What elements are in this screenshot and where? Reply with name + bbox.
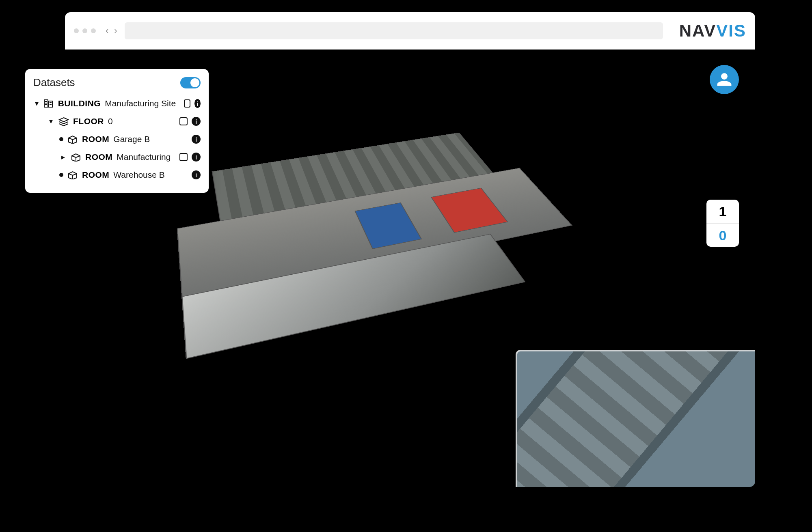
nav-forward-icon[interactable]: › bbox=[114, 26, 117, 36]
brand-logo: NAVVIS bbox=[679, 21, 746, 41]
svg-line-14 bbox=[76, 156, 80, 157]
datasets-toggle[interactable] bbox=[180, 77, 201, 88]
svg-line-10 bbox=[73, 138, 77, 140]
floor-level-0[interactable]: 0 bbox=[706, 223, 739, 247]
account-button[interactable] bbox=[710, 65, 739, 94]
svg-marker-7 bbox=[59, 118, 68, 122]
visibility-checkbox[interactable] bbox=[179, 153, 188, 161]
room-icon bbox=[67, 170, 78, 179]
tree-name-label: 0 bbox=[108, 116, 113, 126]
datasets-panel: Datasets ▾ BUILDING Manufacturing Site i bbox=[25, 69, 209, 193]
datasets-title: Datasets bbox=[33, 76, 75, 89]
chevron-down-icon[interactable]: ▾ bbox=[34, 99, 39, 108]
room-icon bbox=[67, 135, 78, 144]
window-minimize-dot[interactable] bbox=[82, 28, 87, 33]
tree-name-label: Garage B bbox=[113, 134, 150, 144]
tree-row-room-garage-b[interactable]: ROOM Garage B i bbox=[33, 130, 201, 148]
floor-level-1[interactable]: 1 bbox=[706, 200, 739, 223]
tree-row-room-manufacturing[interactable]: ▸ ROOM Manufacturing i bbox=[33, 148, 201, 166]
building-model-placeholder bbox=[173, 121, 671, 363]
visibility-checkbox[interactable] bbox=[179, 117, 188, 125]
info-icon[interactable]: i bbox=[192, 117, 201, 126]
tree-row-room-warehouse-b[interactable]: ROOM Warehouse B i bbox=[33, 166, 201, 184]
nav-arrows: ‹ › bbox=[106, 26, 117, 36]
tree-type-label: ROOM bbox=[82, 170, 109, 180]
browser-titlebar: ‹ › NAVVIS bbox=[65, 12, 755, 50]
tree-type-label: FLOOR bbox=[73, 116, 104, 126]
minimap[interactable] bbox=[516, 350, 755, 487]
chevron-down-icon[interactable]: ▾ bbox=[47, 117, 54, 126]
bullet-icon bbox=[59, 137, 63, 141]
chevron-right-icon[interactable]: ▸ bbox=[59, 153, 67, 162]
info-icon[interactable]: i bbox=[194, 99, 201, 108]
tree-name-label: Warehouse B bbox=[113, 170, 164, 180]
tree-type-label: BUILDING bbox=[58, 99, 101, 108]
info-icon[interactable]: i bbox=[192, 170, 201, 179]
tree-row-floor[interactable]: ▾ FLOOR 0 i bbox=[33, 112, 201, 130]
tree-row-building[interactable]: ▾ BUILDING Manufacturing Site i bbox=[33, 95, 201, 112]
bullet-icon bbox=[59, 173, 63, 177]
building-icon bbox=[43, 99, 54, 108]
floor-icon bbox=[58, 117, 69, 126]
svg-line-9 bbox=[69, 138, 73, 140]
svg-line-18 bbox=[73, 174, 77, 175]
tree-name-label: Manufacturing bbox=[117, 152, 171, 162]
window-maximize-dot[interactable] bbox=[91, 28, 96, 33]
address-bar[interactable] bbox=[125, 22, 663, 39]
svg-line-17 bbox=[69, 174, 73, 175]
brand-part1: NAV bbox=[679, 21, 717, 40]
info-icon[interactable]: i bbox=[192, 135, 201, 144]
tree-type-label: ROOM bbox=[82, 134, 109, 144]
room-icon bbox=[71, 153, 81, 162]
svg-line-13 bbox=[72, 156, 76, 157]
floor-selector: 1 0 bbox=[706, 200, 739, 247]
datasets-tree: ▾ BUILDING Manufacturing Site i ▾ bbox=[33, 95, 201, 184]
info-icon[interactable]: i bbox=[192, 153, 201, 162]
window-close-dot[interactable] bbox=[74, 28, 79, 33]
nav-back-icon[interactable]: ‹ bbox=[106, 26, 108, 36]
visibility-checkbox[interactable] bbox=[184, 99, 190, 108]
window-controls[interactable] bbox=[74, 28, 96, 33]
person-icon bbox=[717, 72, 732, 87]
tree-name-label: Manufacturing Site bbox=[105, 99, 176, 108]
brand-part2: VIS bbox=[716, 21, 746, 40]
tree-type-label: ROOM bbox=[85, 152, 112, 162]
